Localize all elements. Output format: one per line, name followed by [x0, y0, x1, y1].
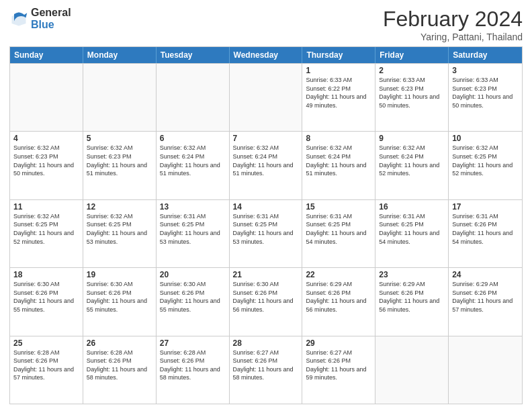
- calendar-cell: 28Sunrise: 6:27 AMSunset: 6:26 PMDayligh…: [230, 336, 303, 404]
- day-number: 13: [160, 202, 226, 212]
- logo-blue: Blue: [31, 19, 71, 31]
- calendar-header-cell: Tuesday: [157, 47, 230, 63]
- logo: General Blue: [9, 7, 71, 30]
- calendar-row: 4Sunrise: 6:32 AMSunset: 6:23 PMDaylight…: [10, 131, 522, 199]
- calendar-cell: 12Sunrise: 6:32 AMSunset: 6:25 PMDayligh…: [83, 200, 157, 267]
- day-number: 12: [87, 202, 152, 212]
- month-year: February 2024: [383, 7, 523, 32]
- day-number: 22: [306, 270, 371, 279]
- day-number: 28: [233, 338, 299, 348]
- sun-info: Sunrise: 6:29 AMSunset: 6:26 PMDaylight:…: [379, 280, 445, 314]
- sun-info: Sunrise: 6:31 AMSunset: 6:26 PMDaylight:…: [452, 212, 519, 246]
- calendar-cell: 21Sunrise: 6:30 AMSunset: 6:26 PMDayligh…: [230, 268, 303, 335]
- logo-icon: [9, 9, 28, 28]
- calendar-row: 25Sunrise: 6:28 AMSunset: 6:26 PMDayligh…: [10, 336, 522, 404]
- header: General Blue February 2024 Yaring, Patta…: [9, 7, 523, 42]
- logo-text: General Blue: [31, 7, 71, 30]
- calendar-cell: 10Sunrise: 6:32 AMSunset: 6:25 PMDayligh…: [449, 132, 522, 199]
- day-number: 6: [160, 134, 226, 143]
- calendar-cell: 15Sunrise: 6:31 AMSunset: 6:25 PMDayligh…: [302, 200, 375, 267]
- day-number: 11: [13, 202, 79, 212]
- sun-info: Sunrise: 6:31 AMSunset: 6:25 PMDaylight:…: [306, 212, 371, 246]
- calendar-header-cell: Saturday: [449, 47, 522, 63]
- calendar-cell: 8Sunrise: 6:32 AMSunset: 6:24 PMDaylight…: [302, 132, 375, 199]
- calendar-cell: [157, 64, 230, 131]
- day-number: 5: [87, 134, 152, 143]
- calendar-header-cell: Thursday: [302, 47, 375, 63]
- sun-info: Sunrise: 6:32 AMSunset: 6:24 PMDaylight:…: [160, 144, 226, 177]
- day-number: 9: [379, 134, 445, 143]
- calendar-cell: 3Sunrise: 6:33 AMSunset: 6:23 PMDaylight…: [449, 64, 522, 131]
- calendar-body: 1Sunrise: 6:33 AMSunset: 6:22 PMDaylight…: [10, 63, 522, 404]
- location: Yaring, Pattani, Thailand: [383, 32, 523, 42]
- sun-info: Sunrise: 6:30 AMSunset: 6:26 PMDaylight:…: [87, 280, 152, 314]
- calendar-cell: 14Sunrise: 6:31 AMSunset: 6:25 PMDayligh…: [230, 200, 303, 267]
- calendar-cell: [449, 336, 522, 404]
- sun-info: Sunrise: 6:27 AMSunset: 6:26 PMDaylight:…: [233, 349, 299, 382]
- calendar-cell: 9Sunrise: 6:32 AMSunset: 6:24 PMDaylight…: [375, 132, 449, 199]
- day-number: 20: [160, 270, 226, 279]
- calendar-header-cell: Friday: [375, 47, 449, 63]
- calendar-cell: [10, 64, 83, 131]
- day-number: 8: [306, 134, 371, 143]
- day-number: 26: [87, 338, 152, 348]
- day-number: 19: [87, 270, 152, 279]
- calendar-cell: 16Sunrise: 6:31 AMSunset: 6:25 PMDayligh…: [375, 200, 449, 267]
- sun-info: Sunrise: 6:32 AMSunset: 6:23 PMDaylight:…: [13, 144, 79, 177]
- title-block: February 2024 Yaring, Pattani, Thailand: [383, 7, 523, 42]
- calendar: SundayMondayTuesdayWednesdayThursdayFrid…: [9, 46, 523, 404]
- day-number: 27: [160, 338, 226, 348]
- sun-info: Sunrise: 6:33 AMSunset: 6:22 PMDaylight:…: [306, 76, 371, 109]
- sun-info: Sunrise: 6:32 AMSunset: 6:25 PMDaylight:…: [452, 144, 519, 177]
- calendar-row: 11Sunrise: 6:32 AMSunset: 6:25 PMDayligh…: [10, 199, 522, 267]
- sun-info: Sunrise: 6:30 AMSunset: 6:26 PMDaylight:…: [160, 280, 226, 314]
- sun-info: Sunrise: 6:30 AMSunset: 6:26 PMDaylight:…: [233, 280, 299, 314]
- sun-info: Sunrise: 6:28 AMSunset: 6:26 PMDaylight:…: [160, 349, 226, 382]
- calendar-cell: 23Sunrise: 6:29 AMSunset: 6:26 PMDayligh…: [375, 268, 449, 335]
- day-number: 23: [379, 270, 445, 279]
- calendar-cell: [375, 336, 449, 404]
- sun-info: Sunrise: 6:29 AMSunset: 6:26 PMDaylight:…: [306, 280, 371, 314]
- calendar-cell: 1Sunrise: 6:33 AMSunset: 6:22 PMDaylight…: [302, 64, 375, 131]
- sun-info: Sunrise: 6:31 AMSunset: 6:25 PMDaylight:…: [379, 212, 445, 246]
- sun-info: Sunrise: 6:28 AMSunset: 6:26 PMDaylight:…: [87, 349, 152, 382]
- sun-info: Sunrise: 6:32 AMSunset: 6:23 PMDaylight:…: [87, 144, 152, 177]
- calendar-cell: 7Sunrise: 6:32 AMSunset: 6:24 PMDaylight…: [230, 132, 303, 199]
- calendar-header-cell: Wednesday: [230, 47, 303, 63]
- calendar-cell: 27Sunrise: 6:28 AMSunset: 6:26 PMDayligh…: [157, 336, 230, 404]
- calendar-row: 1Sunrise: 6:33 AMSunset: 6:22 PMDaylight…: [10, 63, 522, 131]
- calendar-cell: 13Sunrise: 6:31 AMSunset: 6:25 PMDayligh…: [157, 200, 230, 267]
- sun-info: Sunrise: 6:31 AMSunset: 6:25 PMDaylight:…: [233, 212, 299, 246]
- sun-info: Sunrise: 6:32 AMSunset: 6:24 PMDaylight:…: [306, 144, 371, 177]
- day-number: 1: [306, 66, 371, 75]
- logo-general: General: [31, 7, 71, 19]
- calendar-cell: 24Sunrise: 6:29 AMSunset: 6:26 PMDayligh…: [449, 268, 522, 335]
- calendar-header-cell: Sunday: [10, 47, 83, 63]
- calendar-cell: 22Sunrise: 6:29 AMSunset: 6:26 PMDayligh…: [302, 268, 375, 335]
- day-number: 24: [452, 270, 519, 279]
- sun-info: Sunrise: 6:29 AMSunset: 6:26 PMDaylight:…: [452, 280, 519, 314]
- sun-info: Sunrise: 6:27 AMSunset: 6:26 PMDaylight:…: [306, 349, 371, 382]
- day-number: 25: [13, 338, 79, 348]
- page: General Blue February 2024 Yaring, Patta…: [0, 0, 532, 411]
- day-number: 3: [452, 66, 519, 75]
- sun-info: Sunrise: 6:30 AMSunset: 6:26 PMDaylight:…: [13, 280, 79, 314]
- calendar-cell: 26Sunrise: 6:28 AMSunset: 6:26 PMDayligh…: [83, 336, 157, 404]
- sun-info: Sunrise: 6:32 AMSunset: 6:25 PMDaylight:…: [13, 212, 79, 246]
- day-number: 15: [306, 202, 371, 212]
- sun-info: Sunrise: 6:33 AMSunset: 6:23 PMDaylight:…: [452, 76, 519, 109]
- calendar-cell: 19Sunrise: 6:30 AMSunset: 6:26 PMDayligh…: [83, 268, 157, 335]
- day-number: 18: [13, 270, 79, 279]
- sun-info: Sunrise: 6:32 AMSunset: 6:24 PMDaylight:…: [379, 144, 445, 177]
- calendar-cell: 25Sunrise: 6:28 AMSunset: 6:26 PMDayligh…: [10, 336, 83, 404]
- sun-info: Sunrise: 6:28 AMSunset: 6:26 PMDaylight:…: [13, 349, 79, 382]
- day-number: 10: [452, 134, 519, 143]
- day-number: 14: [233, 202, 299, 212]
- calendar-cell: 11Sunrise: 6:32 AMSunset: 6:25 PMDayligh…: [10, 200, 83, 267]
- calendar-header-row: SundayMondayTuesdayWednesdayThursdayFrid…: [10, 47, 522, 63]
- calendar-cell: 6Sunrise: 6:32 AMSunset: 6:24 PMDaylight…: [157, 132, 230, 199]
- sun-info: Sunrise: 6:31 AMSunset: 6:25 PMDaylight:…: [160, 212, 226, 246]
- calendar-cell: 5Sunrise: 6:32 AMSunset: 6:23 PMDaylight…: [83, 132, 157, 199]
- sun-info: Sunrise: 6:33 AMSunset: 6:23 PMDaylight:…: [379, 76, 445, 109]
- day-number: 17: [452, 202, 519, 212]
